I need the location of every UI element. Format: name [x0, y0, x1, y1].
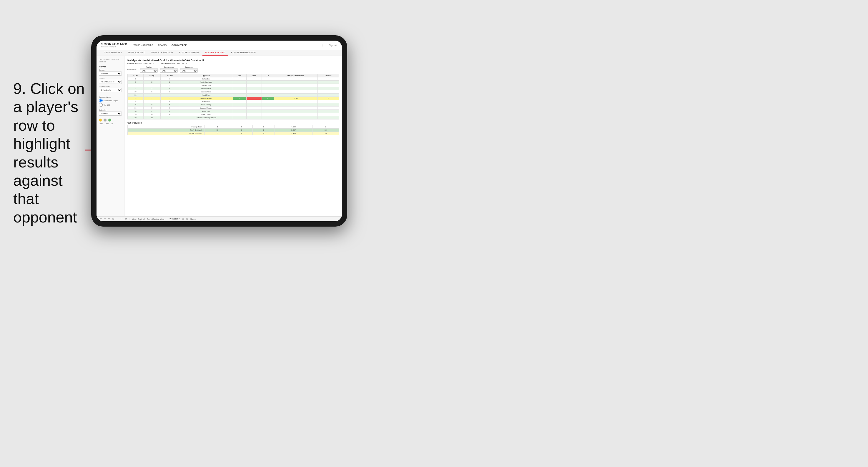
player-rank-select[interactable]: 8. Katelyn Vo — [99, 88, 122, 92]
colour-dots — [99, 119, 122, 122]
refresh-button[interactable]: ⟳ — [108, 218, 110, 220]
out-row-ncaa2[interactable]: NCAA Division 2 5 0 0 7.400 10 — [128, 131, 339, 135]
overall-record: Overall Record: 353 - 34 - 6 — [127, 62, 154, 64]
gender-select[interactable]: Women's — [99, 71, 122, 75]
logo: SCOREBOARD Powered by clippd — [101, 42, 127, 48]
division-record: Division Record: 331 - 34 - 6 — [160, 62, 187, 64]
dot-up — [108, 119, 111, 122]
timer-button[interactable]: ⏱ — [125, 218, 127, 220]
radio-top100[interactable]: Top 100 — [99, 103, 122, 107]
nav-teams[interactable]: TEAMS — [158, 43, 167, 47]
table-row[interactable]: 16 9 1 Jessica Mason — [128, 106, 339, 110]
opponent-filter: Opponent (All) — [180, 66, 198, 73]
colour-by-select[interactable]: Win/loss — [99, 112, 122, 116]
radio-top100-label: Top 100 — [103, 104, 110, 106]
table-row[interactable]: 11 Heeji Hyun — [128, 93, 339, 96]
player-section: Player Gender Women's Division NCAA Divi… — [99, 65, 122, 94]
table-row[interactable]: 5 2 2 Alexis Sudjianto — [128, 80, 339, 84]
grid-button[interactable]: ⊞ — [113, 218, 114, 220]
table-row[interactable]: 18 2 2 Euna Lee — [128, 110, 339, 113]
opponents-label: Opponents: — [127, 68, 136, 70]
colour-labels: Down Level Up — [99, 123, 122, 124]
th-div: # Div — [128, 74, 144, 77]
top-nav: SCOREBOARD Powered by clippd TOURNAMENTS… — [96, 41, 342, 50]
logo-subtitle: Powered by clippd — [101, 46, 127, 48]
out-row-foreign[interactable]: Foreign Team 1 0 0 4.500 2 — [128, 125, 339, 128]
colour-label-up: Up — [111, 123, 113, 124]
annotation-text: 9. Click on a player's row to highlight … — [13, 80, 90, 226]
colour-label-level: Level — [105, 123, 108, 124]
annotation-label: 9. Click on a player's row to highlight … — [13, 80, 85, 226]
nav-links: TOURNAMENTS TEAMS COMMITTEE — [133, 43, 316, 47]
conference-filter-title: Conference — [160, 66, 178, 68]
th-opponent: Opponent — [179, 74, 233, 77]
gender-label: Gender — [99, 69, 122, 71]
table-row-selected[interactable]: 13 1 1 Jessica Huang 0 1 0 -3.00 2 — [128, 96, 339, 100]
redo-button[interactable]: ↪ — [104, 218, 106, 220]
division-select[interactable]: NCAA Division III — [99, 80, 122, 84]
grid-title: Katelyn Vo Head-to-Head Grid for Women's… — [127, 59, 339, 62]
grid2-button[interactable]: ⊡ — [182, 218, 184, 220]
filter-container: Opponents: Region (All) Conference (All) — [127, 66, 339, 73]
colour-by-section: Colour by Win/loss Down Level Up — [99, 109, 122, 124]
share-button[interactable]: Share — [190, 218, 196, 220]
out-row-naia[interactable]: NAIA Division 1 15 0 0 9.267 30 — [128, 128, 339, 131]
subnav-player-h2h-heatmap[interactable]: PLAYER H2H HEATMAP — [228, 50, 259, 56]
subnav-player-h2h-grid[interactable]: PLAYER H2H GRID — [203, 50, 228, 56]
opponent-filter-title: Opponent — [180, 66, 198, 68]
conference-filter: Conference (All) — [160, 66, 178, 73]
subnav-team-h2h-heatmap[interactable]: TEAM H2H HEATMAP — [148, 50, 176, 56]
timestamp: Last Updated: 27/03/2024 16:55:38 — [99, 58, 122, 63]
conference-select[interactable]: (All) — [160, 69, 178, 73]
subnav-team-summary[interactable]: TEAM SUMMARY — [101, 50, 125, 56]
watch-button[interactable]: 👁 Watch ▾ — [169, 218, 180, 220]
dot-level — [103, 119, 106, 122]
region-select[interactable]: (All) — [140, 69, 158, 73]
table-row[interactable]: 15 8 5 Stella Chang — [128, 103, 339, 106]
th-reg: # Reg — [143, 74, 160, 77]
radio-opponents-played[interactable]: Opponents Played — [99, 99, 122, 102]
nav-tournaments[interactable]: TOURNAMENTS — [133, 43, 153, 47]
main-content-area: Last Updated: 27/03/2024 16:55:38 Player… — [96, 56, 342, 216]
th-loss: Loss — [246, 74, 262, 77]
undo-button[interactable]: ↩ — [100, 218, 102, 220]
records-row: Overall Record: 353 - 34 - 6 Division Re… — [127, 62, 339, 64]
subnav-team-h2h-grid[interactable]: TEAM H2H GRID — [125, 50, 148, 56]
opponent-view-section: Opponent view Opponents Played Top 100 — [99, 96, 122, 107]
table-row[interactable]: 10 6 3 Andrea York — [128, 90, 339, 93]
table-row[interactable]: 20 11 7 Federica Domecq Lacroze — [128, 116, 339, 119]
table-row[interactable]: 9 1 4 Sharon Mun — [128, 87, 339, 90]
opponent-view-label: Opponent view — [99, 96, 122, 98]
opponent-select[interactable]: (All) — [180, 69, 198, 73]
h2h-table: # Div # Reg # Conf Opponent Win Loss Tie… — [127, 74, 339, 120]
table-row[interactable]: 3 1 Esther Lee — [128, 77, 339, 80]
out-of-division-title: Out of division — [127, 122, 339, 124]
colour-label-down: Down — [99, 123, 103, 124]
region-filter: Region (All) — [140, 66, 158, 73]
grid-content: Katelyn Vo Head-to-Head Grid for Women's… — [124, 56, 342, 216]
history-button[interactable]: ⟵⟶ — [117, 218, 122, 220]
th-diff: Diff Av Strokes/Rnd — [274, 74, 317, 77]
tablet-screen: SCOREBOARD Powered by clippd TOURNAMENTS… — [96, 41, 342, 221]
table-row[interactable]: 6 1 3 Sydney Kuo — [128, 84, 339, 87]
table-row[interactable]: 14 7 4 Eunice Yi — [128, 100, 339, 103]
sign-out-link[interactable]: Sign out — [329, 44, 337, 46]
sub-nav: TEAM SUMMARY TEAM H2H GRID TEAM H2H HEAT… — [96, 50, 342, 56]
opponent-radio-group: Opponents Played Top 100 — [99, 99, 122, 107]
subnav-player-summary[interactable]: PLAYER SUMMARY — [176, 50, 203, 56]
nav-committee[interactable]: COMMITTEE — [172, 43, 187, 47]
table-row[interactable]: 19 10 6 Emily Chang — [128, 113, 339, 116]
th-tie: Tie — [262, 74, 274, 77]
colour-by-label: Colour by — [99, 109, 122, 111]
dot-down — [99, 119, 102, 122]
th-win: Win — [233, 74, 246, 77]
logo-title: SCOREBOARD — [101, 42, 127, 46]
view-original-button[interactable]: View: Original — [132, 218, 145, 220]
region-filter-title: Region — [140, 66, 158, 68]
th-conf: # Conf — [160, 74, 179, 77]
save-custom-view-button[interactable]: Save Custom View — [147, 218, 164, 220]
expand-button[interactable]: ⊞ — [186, 218, 188, 220]
division-label: Division — [99, 77, 122, 79]
radio-opponents-played-label: Opponents Played — [103, 100, 118, 101]
th-rounds: Rounds — [317, 74, 339, 77]
